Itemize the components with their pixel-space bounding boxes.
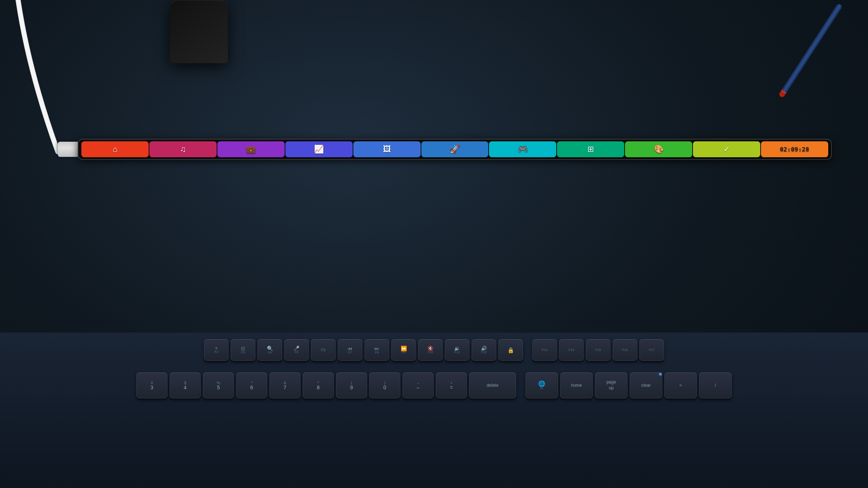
key-9[interactable]: ( 9 [336, 372, 367, 398]
key-3[interactable]: # 3 [136, 372, 167, 398]
home-icon: ⌂ [112, 145, 117, 154]
music-button[interactable]: ♫ [149, 141, 217, 157]
key-minus[interactable]: – – [403, 372, 434, 398]
gamepad-icon: 🎮 [518, 145, 528, 154]
key-f13[interactable]: F13 [532, 339, 557, 361]
palette-icon: 🎨 [654, 145, 664, 154]
key-lock[interactable]: 🔒 [498, 339, 523, 361]
key-delete[interactable]: delete [469, 372, 516, 398]
palette-button[interactable]: 🎨 [625, 141, 692, 157]
key-clear[interactable]: clear [630, 372, 662, 398]
key-f14[interactable]: F14 [559, 339, 584, 361]
rocket-icon: 🚀 [450, 145, 460, 154]
key-f2[interactable]: ☀ F2 [204, 339, 229, 361]
chart-icon: 📈 [314, 145, 324, 154]
music-icon: ♫ [180, 145, 186, 154]
key-f8[interactable]: ⏭ F8 [365, 339, 389, 361]
apps-icon: ⊞ [587, 145, 594, 154]
key-equals[interactable]: + = [436, 372, 467, 398]
key-f15[interactable]: F15 [586, 339, 610, 361]
chart-button[interactable]: 📈 [285, 141, 353, 157]
key-pageup[interactable]: pageup [595, 372, 627, 398]
home-button[interactable]: ⌂ [81, 141, 149, 157]
keyboard-gap2 [518, 372, 523, 398]
key-7[interactable]: & 7 [269, 372, 301, 398]
phone [170, 0, 228, 63]
key-f17[interactable]: F17 [639, 339, 664, 361]
photo-button[interactable]: 🖼 [353, 141, 421, 157]
key-8[interactable]: * 8 [303, 372, 334, 398]
keyboard-gap [525, 339, 530, 361]
key-6[interactable]: ^ 6 [236, 372, 267, 398]
key-f5[interactable]: 🎤 F5 [284, 339, 309, 361]
touchbar-wrapper: ⌂♫💼📈🖼🚀🎮⊞🎨✓02:09:28 [58, 137, 832, 162]
photo-icon: 🖼 [383, 145, 391, 154]
check-icon: ✓ [723, 145, 730, 154]
rocket-button[interactable]: 🚀 [421, 141, 489, 157]
key-f16[interactable]: F16 [613, 339, 637, 361]
blue-indicator [659, 373, 662, 376]
apps-button[interactable]: ⊞ [557, 141, 624, 157]
key-f4[interactable]: 🔍 F4 [258, 339, 282, 361]
key-f6[interactable]: F6 [311, 339, 336, 361]
timer-button[interactable]: 02:09:28 [761, 141, 828, 157]
key-home[interactable]: home [560, 372, 593, 398]
key-numpad-equals[interactable]: = [664, 372, 697, 398]
key-f10[interactable]: 🔇 F10 [418, 339, 443, 361]
briefcase-button[interactable]: 💼 [217, 141, 285, 157]
gamepad-button[interactable]: 🎮 [489, 141, 556, 157]
key-4[interactable]: $ 4 [170, 372, 201, 398]
num-key-row: # 3 $ 4 % 5 ^ 6 & 7 * 8 ( 9 ) 0 [0, 372, 868, 398]
key-globe-fn[interactable]: 🌐 fn [526, 372, 558, 398]
briefcase-icon: 💼 [246, 145, 256, 154]
timer-display: 02:09:28 [780, 146, 809, 153]
fn-key-row: ☀ F2 ⊟ F3 🔍 F4 🎤 F5 F6 ⏮ F7 ⏭ F8 ⏩ F9 [0, 339, 868, 361]
key-5[interactable]: % 5 [203, 372, 234, 398]
keyboard-area: ☀ F2 ⊟ F3 🔍 F4 🎤 F5 F6 ⏮ F7 ⏭ F8 ⏩ F9 [0, 333, 868, 488]
check-button[interactable]: ✓ [693, 141, 760, 157]
touchbar-connector [58, 142, 78, 157]
key-f7[interactable]: ⏮ F7 [338, 339, 362, 361]
key-numpad-slash[interactable]: / [699, 372, 732, 398]
key-f9[interactable]: ⏩ F9 [391, 339, 416, 361]
touchbar-body: ⌂♫💼📈🖼🚀🎮⊞🎨✓02:09:28 [78, 139, 832, 160]
key-f11[interactable]: 🔉 F11 [445, 339, 469, 361]
key-0[interactable]: ) 0 [369, 372, 400, 398]
key-f3[interactable]: ⊟ F3 [231, 339, 255, 361]
key-f12[interactable]: 🔊 F12 [472, 339, 496, 361]
